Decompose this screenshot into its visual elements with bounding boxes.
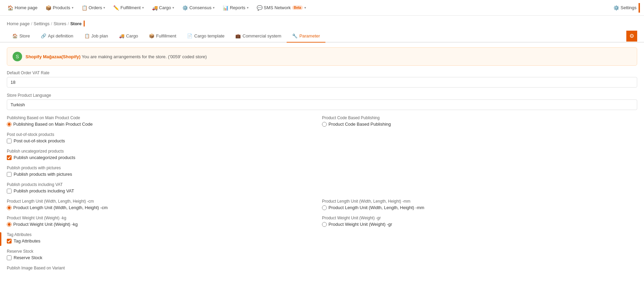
weight-gr-label: Product Weight Unit (Weight) -gr xyxy=(322,216,637,220)
breadcrumb-active-bar xyxy=(84,20,85,27)
tag-attributes-checkbox-group: Tag Attributes Tag Attributes xyxy=(7,232,637,244)
tab-job-plan[interactable]: 📋 Job plan xyxy=(79,30,114,43)
weight-unit-radio-group: Product Weight Unit (Weight) -kg Product… xyxy=(7,216,637,227)
commercial-tab-icon: 💼 xyxy=(235,33,241,38)
sms-icon: 💬 xyxy=(257,5,262,11)
weight-kg-radio-input[interactable] xyxy=(7,222,12,227)
breadcrumb-sep-2: / xyxy=(51,21,52,26)
out-of-stock-checkbox-group: Post out-of-stock products Post out-of-s… xyxy=(7,132,637,143)
publishing-main-radio[interactable]: Publishing Based on Main Product Code xyxy=(7,122,322,127)
length-unit-radio-group: Product Length Unit (Width, Length, Heig… xyxy=(7,199,637,210)
vat-checkbox-group: Publish products including VAT Publish p… xyxy=(7,182,637,193)
breadcrumb-stores[interactable]: Stores xyxy=(53,21,66,26)
tag-attributes-label: Tag Attributes xyxy=(7,232,637,237)
length-cm-radio[interactable]: Product Length Unit (Width, Length, Heig… xyxy=(7,205,322,210)
breadcrumb: Home page / Settings / Stores / Store xyxy=(0,16,644,30)
vat-checkbox-label: Publish products including VAT xyxy=(7,182,637,187)
nav-settings[interactable]: ⚙️ Settings xyxy=(610,3,640,13)
tab-parameter[interactable]: 🔧 Parameter xyxy=(287,30,325,43)
with-pictures-checkbox[interactable]: Publish products with pictures xyxy=(7,172,637,177)
alert-banner: S Shopify Mağazaa(Shopify) You are makin… xyxy=(7,47,637,66)
home-icon: 🏠 xyxy=(7,5,13,11)
publishing-code-radio-input[interactable] xyxy=(322,122,327,127)
image-variant-checkbox-group: Publish Image Based on Variant xyxy=(7,266,637,270)
tag-attributes-checkbox[interactable]: Tag Attributes xyxy=(7,238,637,244)
length-mm-label: Product Length Unit (Width, Length, Heig… xyxy=(322,199,637,204)
with-pictures-checkbox-group: Publish products with pictures Publish p… xyxy=(7,166,637,177)
fulfillment-chevron-icon: ▾ xyxy=(142,6,144,10)
tab-cargo-template[interactable]: 📄 Cargo template xyxy=(182,30,230,43)
publishing-code-label: Product Code Based Publishing xyxy=(322,115,637,120)
vat-rate-input[interactable] xyxy=(7,77,637,88)
length-cm-radio-input[interactable] xyxy=(7,205,12,210)
orders-icon: 📋 xyxy=(82,5,87,11)
out-of-stock-checkbox[interactable]: Post out-of-stock products xyxy=(7,138,637,143)
nav-homepage[interactable]: 🏠 Home page xyxy=(4,3,41,13)
fulfillment-tab-icon: 📦 xyxy=(149,33,154,38)
publishing-right-col: Product Code Based Publishing Product Co… xyxy=(322,115,637,127)
with-pictures-label: Publish products with pictures xyxy=(7,166,637,170)
tab-settings-button[interactable]: ⚙ xyxy=(626,31,637,42)
uncategorized-checkbox-input[interactable] xyxy=(7,155,12,160)
nav-sms-network[interactable]: 💬 SMS Network Beta ▾ xyxy=(253,3,309,13)
length-mm-radio[interactable]: Product Length Unit (Width, Length, Heig… xyxy=(322,205,637,210)
vat-checkbox-input[interactable] xyxy=(7,189,12,193)
weight-kg-radio[interactable]: Product Weight Unit (Weight) -kg xyxy=(7,222,322,227)
top-navigation: 🏠 Home page 📦 Products ▾ 📋 Orders ▾ ✏️ F… xyxy=(0,0,644,16)
nav-cargo[interactable]: 🚚 Cargo ▾ xyxy=(149,3,177,13)
consensus-chevron-icon: ▾ xyxy=(213,6,215,10)
uncategorized-checkbox[interactable]: Publish uncategorized products xyxy=(7,155,637,160)
length-mm-radio-input[interactable] xyxy=(322,205,327,210)
alert-text: Shopify Mağazaa(Shopify) You are making … xyxy=(26,54,207,59)
tag-attributes-checkbox-input[interactable] xyxy=(7,239,12,244)
language-label: Store Product Language xyxy=(7,93,637,98)
store-tab-icon: 🏠 xyxy=(12,33,18,38)
tab-api-definition[interactable]: 🔗 Api definition xyxy=(35,30,79,43)
language-input[interactable] xyxy=(7,99,637,110)
publishing-code-radio[interactable]: Product Code Based Publishing xyxy=(322,122,637,127)
reserve-stock-checkbox[interactable]: Reserve Stock xyxy=(7,255,637,260)
products-chevron-icon: ▾ xyxy=(72,6,73,10)
weight-gr-radio-input[interactable] xyxy=(322,222,327,227)
orders-chevron-icon: ▾ xyxy=(103,6,105,10)
weight-gr-col: Product Weight Unit (Weight) -gr Product… xyxy=(322,216,637,227)
api-tab-icon: 🔗 xyxy=(41,33,46,38)
nav-orders[interactable]: 📋 Orders ▾ xyxy=(78,3,109,13)
image-variant-label: Publish Image Based on Variant xyxy=(7,266,637,270)
uncategorized-checkbox-group: Publish uncategorized products Publish u… xyxy=(7,149,637,160)
shopify-alert-icon: S xyxy=(13,52,22,61)
reports-icon: 📊 xyxy=(223,5,228,11)
settings-icon: ⚙️ xyxy=(613,5,619,11)
products-icon: 📦 xyxy=(46,5,51,11)
tab-fulfillment[interactable]: 📦 Fulfillment xyxy=(143,30,182,43)
reserve-stock-checkbox-group: Reserve Stock Reserve Stock xyxy=(7,249,637,260)
tab-cargo[interactable]: 🚚 Cargo xyxy=(114,30,143,43)
tab-commercial-system[interactable]: 💼 Commercial system xyxy=(230,30,287,43)
nav-products[interactable]: 📦 Products ▾ xyxy=(42,3,77,13)
out-of-stock-checkbox-input[interactable] xyxy=(7,139,12,143)
cargo-tab-icon: 🚚 xyxy=(119,33,124,38)
vat-checkbox[interactable]: Publish products including VAT xyxy=(7,188,637,193)
vat-rate-label: Default Order VAT Rate xyxy=(7,70,637,75)
reserve-stock-checkbox-input[interactable] xyxy=(7,255,12,260)
publishing-radio-group: Publishing Based on Main Product Code Pu… xyxy=(7,115,637,127)
publishing-main-radio-input[interactable] xyxy=(7,122,12,127)
weight-kg-label: Product Weight Unit (Weight) -kg xyxy=(7,216,322,220)
breadcrumb-settings[interactable]: Settings xyxy=(34,21,50,26)
beta-badge: Beta xyxy=(292,5,303,10)
with-pictures-checkbox-input[interactable] xyxy=(7,172,12,177)
weight-gr-radio[interactable]: Product Weight Unit (Weight) -gr xyxy=(322,222,637,227)
nav-fulfillment[interactable]: ✏️ Fulfillment ▾ xyxy=(110,3,147,13)
consensus-icon: ⚙️ xyxy=(182,5,188,11)
job-tab-icon: 📋 xyxy=(84,33,90,38)
tab-store[interactable]: 🏠 Store xyxy=(7,30,35,43)
length-cm-col: Product Length Unit (Width, Length, Heig… xyxy=(7,199,322,210)
vat-rate-field-group: Default Order VAT Rate xyxy=(7,70,637,88)
length-cm-label: Product Length Unit (Width, Length, Heig… xyxy=(7,199,322,204)
settings-active-bar xyxy=(639,3,640,13)
content-area: Default Order VAT Rate Store Product Lan… xyxy=(0,70,644,283)
breadcrumb-homepage[interactable]: Home page xyxy=(7,21,30,26)
fulfillment-icon: ✏️ xyxy=(113,5,119,11)
nav-consensus[interactable]: ⚙️ Consensus ▾ xyxy=(179,3,218,13)
nav-reports[interactable]: 📊 Reports ▾ xyxy=(219,3,252,13)
